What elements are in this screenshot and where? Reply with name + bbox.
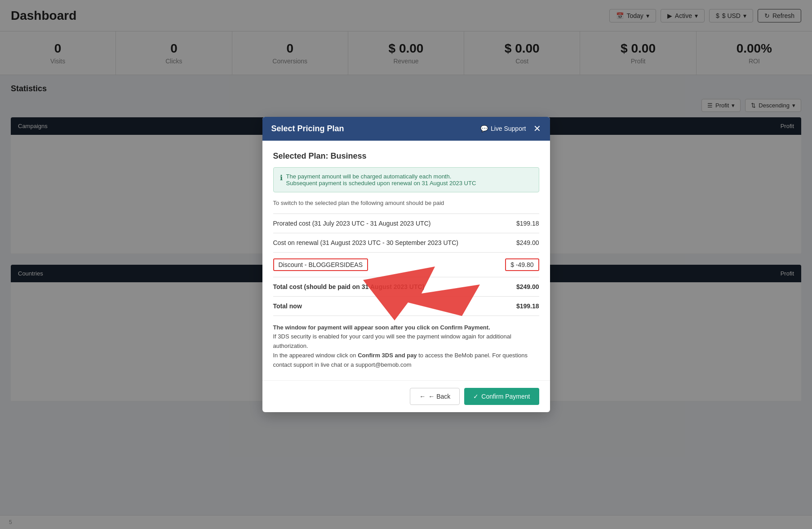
info-box: ℹ The payment amount will be charged aut… bbox=[273, 167, 539, 192]
total-cost-label: Total cost (should be paid on 31 August … bbox=[273, 283, 425, 290]
renewal-label: Cost on renewal (31 August 2023 UTC - 30… bbox=[273, 239, 458, 246]
pricing-row-renewal: Cost on renewal (31 August 2023 UTC - 30… bbox=[273, 233, 539, 253]
total-now-label: Total now bbox=[273, 302, 302, 310]
modal-header-right: 💬 Live Support ✕ bbox=[480, 124, 541, 133]
total-cost-amount: $249.00 bbox=[516, 283, 539, 290]
pricing-row-total-cost: Total cost (should be paid on 31 August … bbox=[273, 277, 539, 297]
confirm-payment-button[interactable]: ✓ Confirm Payment bbox=[464, 388, 539, 405]
check-icon: ✓ bbox=[473, 393, 479, 400]
chat-icon: 💬 bbox=[480, 125, 488, 132]
modal-footer: ← ← Back ✓ Confirm Payment bbox=[262, 380, 550, 412]
prorated-label: Prorated cost (31 July 2023 UTC - 31 Aug… bbox=[273, 220, 431, 227]
pricing-row-prorated: Prorated cost (31 July 2023 UTC - 31 Aug… bbox=[273, 214, 539, 233]
pricing-plan-modal: Select Pricing Plan 💬 Live Support ✕ Sel… bbox=[262, 117, 550, 413]
pricing-row-total-now: Total now $199.18 bbox=[273, 297, 539, 316]
prorated-amount: $199.18 bbox=[516, 220, 539, 227]
selected-plan-line: Selected Plan: Business bbox=[273, 151, 539, 161]
modal-title: Select Pricing Plan bbox=[271, 124, 344, 133]
renewal-amount: $249.00 bbox=[516, 239, 539, 246]
pricing-row-discount: Discount - BLOGGERSIDEAS $ -49.80 bbox=[273, 253, 539, 277]
total-now-amount: $199.18 bbox=[516, 302, 539, 310]
modal-header: Select Pricing Plan 💬 Live Support ✕ bbox=[262, 117, 550, 141]
back-button[interactable]: ← ← Back bbox=[410, 388, 460, 405]
pricing-rows: Prorated cost (31 July 2023 UTC - 31 Aug… bbox=[273, 213, 539, 316]
switch-text: To switch to the selected plan the follo… bbox=[273, 200, 539, 206]
modal-body: Selected Plan: Business ℹ The payment am… bbox=[262, 141, 550, 381]
modal-close-button[interactable]: ✕ bbox=[533, 124, 541, 133]
discount-label: Discount - BLOGGERSIDEAS bbox=[273, 258, 368, 271]
live-support-link[interactable]: 💬 Live Support bbox=[480, 125, 526, 132]
discount-amount: $ -49.80 bbox=[505, 258, 539, 271]
payment-note: The window for payment will appear soon … bbox=[273, 323, 539, 370]
modal-overlay[interactable]: Select Pricing Plan 💬 Live Support ✕ Sel… bbox=[0, 0, 812, 529]
info-icon: ℹ bbox=[280, 173, 283, 187]
arrow-left-icon: ← bbox=[419, 393, 426, 400]
